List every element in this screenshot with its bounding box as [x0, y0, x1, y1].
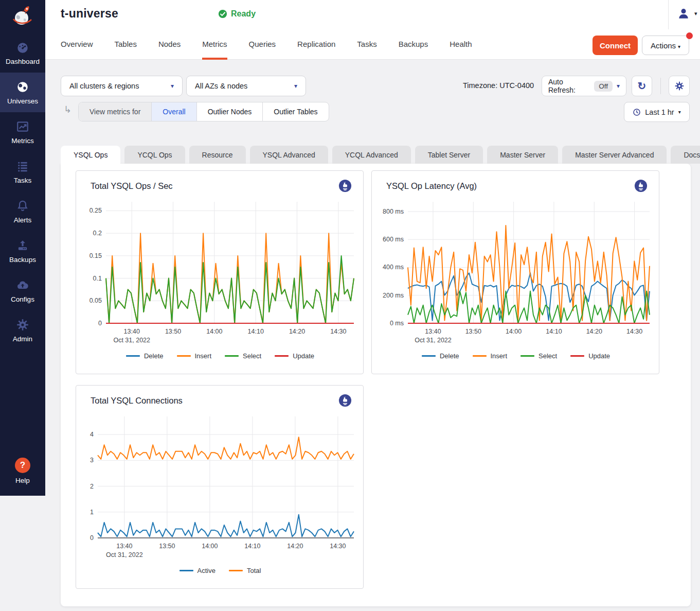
view-metrics-label: View metrics for: [79, 102, 152, 121]
sidebar-item-tasks[interactable]: Tasks: [0, 152, 45, 191]
gauge-icon: [16, 41, 29, 54]
time-range-selector[interactable]: Last 1 hr ▾: [624, 102, 690, 122]
sidebar-item-admin[interactable]: Admin: [0, 310, 45, 350]
legend-item-delete[interactable]: Delete: [422, 352, 459, 360]
series-line-total: [98, 437, 354, 459]
metric-tab-ycql-advanced[interactable]: YCQL Advanced: [332, 146, 411, 164]
sidebar-item-universes[interactable]: Universes: [0, 73, 45, 112]
metric-category-tabs: YSQL Ops YCQL Ops Resource YSQL Advanced…: [61, 146, 700, 164]
legend-item-update[interactable]: Update: [275, 352, 314, 360]
app-logo[interactable]: [0, 0, 45, 33]
chart-total-ysql-connections: 13:40Oct 31, 202213:5014:0014:1014:2014:…: [82, 413, 358, 574]
auto-refresh-value: Off: [594, 81, 613, 92]
legend-item-insert[interactable]: Insert: [473, 352, 508, 360]
svg-text:3: 3: [90, 457, 94, 464]
timezone-label: Timezone: UTC-0400: [463, 81, 534, 90]
metric-tab-master-server[interactable]: Master Server: [487, 146, 558, 164]
tab-tasks[interactable]: Tasks: [357, 29, 376, 60]
actions-button[interactable]: Actions▾: [642, 36, 689, 55]
svg-text:14:00: 14:00: [202, 543, 218, 550]
chevron-down-icon: ▾: [294, 82, 297, 90]
legend-item-select[interactable]: Select: [225, 352, 261, 360]
svg-text:0 ms: 0 ms: [390, 320, 404, 327]
tab-nodes[interactable]: Nodes: [158, 29, 181, 60]
chart-legend: DeleteInsertSelectUpdate: [82, 352, 358, 360]
sidebar-item-label: Tasks: [14, 177, 32, 184]
line-chart-icon: [16, 120, 29, 133]
cluster-region-filter[interactable]: All clusters & regions ▾: [61, 76, 183, 96]
legend-item-delete[interactable]: Delete: [126, 352, 164, 360]
svg-text:Oct 31, 2022: Oct 31, 2022: [106, 551, 143, 558]
legend-item-active[interactable]: Active: [180, 567, 216, 574]
notification-dot: [686, 32, 693, 39]
legend-item-total[interactable]: Total: [229, 567, 261, 574]
chart-title: Total YSQL Ops / Sec: [91, 181, 173, 191]
help-icon: ?: [15, 458, 30, 473]
metric-tab-resource[interactable]: Resource: [189, 146, 246, 164]
az-node-filter[interactable]: All AZs & nodes ▾: [186, 76, 306, 96]
settings-button[interactable]: [669, 76, 690, 96]
sidebar-item-dashboard[interactable]: Dashboard: [0, 33, 45, 73]
tab-replication[interactable]: Replication: [297, 29, 335, 60]
refresh-button[interactable]: ↻: [632, 76, 652, 96]
legend-swatch: [520, 355, 534, 357]
tab-metrics[interactable]: Metrics: [202, 29, 227, 60]
tab-queries[interactable]: Queries: [249, 29, 276, 60]
chart-title: YSQL Op Latency (Avg): [386, 181, 477, 191]
svg-text:0.15: 0.15: [89, 252, 102, 259]
legend-swatch: [229, 570, 243, 571]
metrics-panel: Total YSQL Ops / Sec 13:40Oct 31, 202213…: [61, 164, 691, 606]
metric-tab-ysql-advanced[interactable]: YSQL Advanced: [250, 146, 328, 164]
sidebar-item-help[interactable]: ? Help: [0, 451, 45, 491]
sidebar-item-backups[interactable]: Backups: [0, 231, 45, 271]
sidebar-item-metrics[interactable]: Metrics: [0, 112, 45, 152]
chart-total-ysql-ops: 13:40Oct 31, 202213:5014:0014:1014:2014:…: [82, 199, 358, 360]
connect-button[interactable]: Connect: [593, 36, 638, 55]
view-option-overall[interactable]: Overall: [152, 102, 196, 121]
svg-text:0.25: 0.25: [89, 207, 102, 214]
view-option-outlier-nodes[interactable]: Outlier Nodes: [197, 102, 263, 121]
legend-label: Total: [247, 567, 261, 574]
svg-text:0.05: 0.05: [89, 297, 102, 304]
svg-text:Oct 31, 2022: Oct 31, 2022: [113, 337, 150, 344]
legend-swatch: [570, 355, 584, 357]
tab-overview[interactable]: Overview: [61, 29, 93, 60]
svg-text:800 ms: 800 ms: [383, 208, 404, 215]
sidebar-item-configs[interactable]: Configs: [0, 271, 45, 310]
view-option-outlier-tables[interactable]: Outlier Tables: [263, 102, 328, 121]
sidebar-item-alerts[interactable]: Alerts: [0, 191, 45, 231]
legend-item-select[interactable]: Select: [520, 352, 557, 360]
tab-tables[interactable]: Tables: [115, 29, 137, 60]
time-range-value: Last 1 hr: [645, 108, 674, 116]
user-menu[interactable]: ▾: [677, 7, 697, 20]
tab-health[interactable]: Health: [450, 29, 472, 60]
legend-item-insert[interactable]: Insert: [177, 352, 212, 360]
svg-text:13:50: 13:50: [165, 328, 181, 335]
chart-card-total-ysql-connections: Total YSQL Connections 13:40Oct 31, 2022…: [76, 385, 364, 589]
svg-text:14:30: 14:30: [330, 543, 346, 550]
svg-text:0.1: 0.1: [93, 275, 102, 282]
svg-text:0: 0: [90, 534, 94, 542]
metric-tab-ycql-ops[interactable]: YCQL Ops: [124, 146, 185, 164]
svg-text:14:00: 14:00: [506, 328, 522, 335]
bell-icon: [16, 199, 29, 213]
tab-backups[interactable]: Backups: [399, 29, 428, 60]
metric-tab-tablet-server[interactable]: Tablet Server: [415, 146, 483, 164]
metric-tab-docs-db[interactable]: Docs DB: [671, 146, 700, 164]
legend-label: Delete: [144, 352, 164, 360]
legend-label: Active: [198, 567, 216, 574]
chart-plot-area[interactable]: 13:40Oct 31, 202213:5014:0014:1014:2014:…: [82, 413, 358, 560]
metric-tab-master-server-advanced[interactable]: Master Server Advanced: [562, 146, 667, 164]
auto-refresh-control[interactable]: Auto Refresh: Off ▾: [542, 76, 626, 96]
metric-tab-ysql-ops[interactable]: YSQL Ops: [61, 146, 120, 164]
user-avatar-icon: [677, 7, 690, 20]
chart-legend: DeleteInsertSelectUpdate: [378, 352, 654, 360]
legend-label: Delete: [440, 352, 459, 360]
svg-text:14:10: 14:10: [244, 543, 260, 550]
legend-item-update[interactable]: Update: [570, 352, 610, 360]
chart-plot-area[interactable]: 13:40Oct 31, 202213:5014:0014:1014:2014:…: [378, 199, 654, 345]
svg-text:14:10: 14:10: [248, 328, 264, 335]
toolbar-divider: [660, 78, 661, 94]
chart-plot-area[interactable]: 13:40Oct 31, 202213:5014:0014:1014:2014:…: [82, 199, 358, 345]
hook-arrow-icon: ↳: [64, 104, 71, 115]
